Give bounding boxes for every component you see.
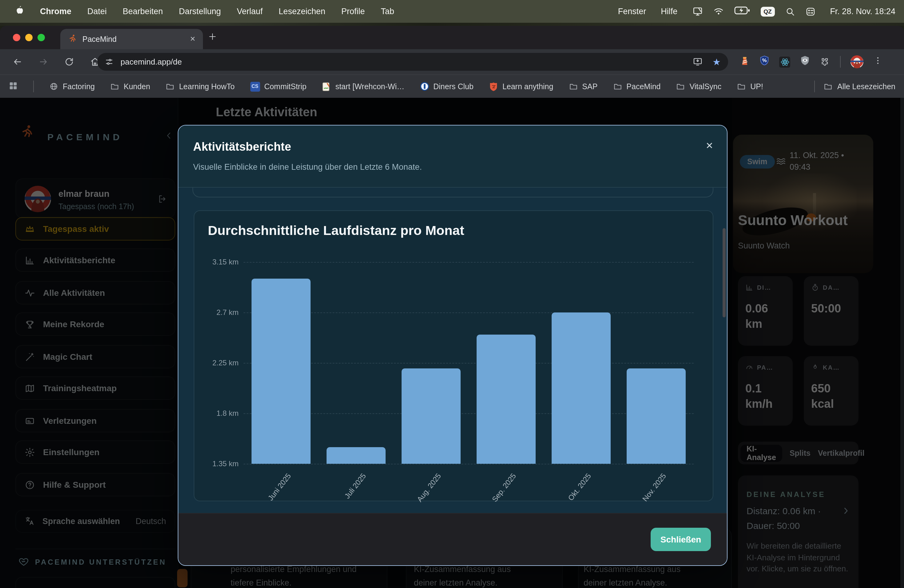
chart-plot: 1.35 km1.8 km2.25 km2.7 km3.15 kmJuni 20… (194, 211, 713, 501)
bookmarks-separator (33, 81, 34, 92)
spotlight-search-icon[interactable] (785, 6, 795, 16)
chart-y-tick-label: 2.25 km (194, 359, 239, 367)
bookmark-folder-vitalsync[interactable]: VitalSync (676, 82, 722, 91)
privacy-shield-extension-icon[interactable] (800, 55, 810, 68)
bookmark-start-wrehcon[interactable]: start [Wrehcon-Wi… (322, 82, 405, 91)
chart-gridline (243, 464, 694, 465)
menu-item-bearbeiten[interactable]: Bearbeiten (123, 7, 163, 16)
bookmark-folder-up[interactable]: UP! (737, 82, 763, 91)
menu-item-lesezeichen[interactable]: Lesezeichen (278, 7, 325, 16)
macos-menu-bar: Chrome Datei Bearbeiten Darstellung Verl… (0, 0, 904, 23)
chart-bar[interactable] (251, 279, 311, 464)
install-app-icon[interactable] (692, 57, 703, 67)
menu-item-profile[interactable]: Profile (341, 7, 365, 16)
tab-close-icon[interactable]: ✕ (190, 35, 196, 43)
menu-item-hilfe[interactable]: Hilfe (661, 7, 677, 16)
address-bar[interactable]: pacemind.app/de ★ (97, 53, 728, 71)
bookmark-folder-learning-howto[interactable]: Learning HowTo (166, 82, 235, 91)
profile-avatar[interactable] (850, 55, 863, 68)
bookmark-diners-club[interactable]: Diners Club (420, 82, 474, 91)
menu-item-tab[interactable]: Tab (381, 7, 395, 16)
chart-y-tick-label: 1.35 km (194, 460, 239, 468)
modal-subtitle: Visuelle Einblicke in deine Leistung übe… (193, 162, 422, 172)
tab-title: PaceMind (82, 35, 117, 43)
schliessen-button[interactable]: Schließen (651, 528, 711, 551)
menu-item-fenster[interactable]: Fenster (618, 7, 646, 16)
chart-gridline (243, 313, 694, 313)
chart-gridline (243, 413, 694, 414)
all-bookmarks-folder[interactable]: Alle Lesezeichen (824, 82, 895, 91)
percent-shield-extension-icon[interactable]: % (760, 55, 769, 68)
chart-y-tick-label: 3.15 km (194, 258, 239, 266)
url-text[interactable]: pacemind.app/de (120, 57, 182, 66)
bookmarks-right-separator (814, 81, 815, 92)
forward-icon[interactable] (38, 57, 49, 67)
chart-bar[interactable] (327, 447, 386, 464)
modal-header: Aktivitätsberichte Visuelle Einblicke in… (179, 125, 727, 188)
bookmark-star-icon[interactable]: ★ (713, 57, 721, 66)
window-close-button[interactable] (13, 34, 20, 41)
react-devtools-extension-icon[interactable] (779, 56, 790, 67)
menu-item-datei[interactable]: Datei (87, 7, 107, 16)
chart-y-tick-label: 1.8 km (194, 409, 239, 417)
modal-close-icon[interactable]: ✕ (706, 140, 713, 151)
bookmark-folder-pacemind[interactable]: PaceMind (613, 82, 661, 91)
browser-window: PaceMind ✕ (0, 26, 904, 588)
wifi-icon[interactable] (713, 7, 724, 16)
modal-scrollbar-thumb[interactable] (722, 228, 725, 318)
apple-icon[interactable] (15, 6, 24, 17)
window-minimize-button[interactable] (25, 34, 33, 41)
reload-icon[interactable] (64, 57, 74, 67)
chart-gridline (243, 262, 694, 262)
apps-grid-icon[interactable] (9, 81, 18, 92)
svg-text:%: % (762, 57, 767, 63)
lighthouse-extension-icon[interactable] (740, 56, 750, 68)
pacemind-favicon (68, 33, 77, 44)
page-scrollbar[interactable] (900, 98, 904, 588)
chart-bar[interactable] (401, 368, 461, 464)
modal-title: Aktivitätsberichte (193, 140, 291, 154)
bookmark-factoring[interactable]: Factoring (49, 82, 95, 91)
qz-status-badge[interactable]: QZ (760, 6, 774, 16)
bookmarks-bar: Factoring Kunden Learning HowTo CS Commi… (0, 74, 904, 98)
chart-bar[interactable] (477, 335, 536, 464)
control-center-icon[interactable] (805, 6, 815, 16)
back-icon[interactable] (12, 57, 23, 67)
menu-clock[interactable]: Fr. 28. Nov. 18:24 (830, 7, 895, 16)
bookmark-learn-anything[interactable]: Learn anything (489, 82, 553, 91)
kebab-menu-icon[interactable] (873, 55, 882, 68)
chart-bar[interactable] (627, 368, 686, 464)
bookmark-folder-sap[interactable]: SAP (569, 82, 597, 91)
modal-body: Durchschnittliche Laufdistanz pro Monat … (179, 188, 727, 513)
browser-toolbar: pacemind.app/de ★ % (0, 49, 904, 74)
menu-app-name[interactable]: Chrome (40, 7, 71, 16)
chart-card: Durchschnittliche Laufdistanz pro Monat … (194, 210, 713, 501)
bookmark-folder-kunden[interactable]: Kunden (110, 82, 150, 91)
window-zoom-button[interactable] (38, 34, 45, 41)
extensions-puzzle-icon[interactable] (820, 57, 830, 67)
activity-reports-modal: Aktivitätsberichte Visuelle Einblicke in… (178, 125, 727, 566)
tab-strip: PaceMind ✕ (0, 26, 904, 49)
desktop-wallpaper-strip (0, 23, 904, 26)
battery-icon[interactable] (734, 6, 750, 17)
chart-y-tick-label: 2.7 km (194, 308, 239, 317)
site-info-icon[interactable] (104, 57, 114, 66)
bookmark-commitstrip[interactable]: CS CommitStrip (250, 82, 307, 91)
modal-footer: Schließen (179, 513, 727, 566)
page-viewport: PACEMIND elmar braun Tagespass (noch 17h… (0, 98, 904, 588)
browser-tab-pacemind[interactable]: PaceMind ✕ (60, 29, 203, 49)
chart-gridline (243, 363, 694, 364)
scrolled-card-bottom (193, 188, 713, 198)
chart-bar[interactable] (552, 313, 611, 464)
new-tab-button[interactable] (208, 32, 217, 41)
screen-mirroring-icon[interactable] (692, 6, 703, 17)
toolbar-separator (840, 56, 841, 68)
menu-item-verlauf[interactable]: Verlauf (237, 7, 262, 16)
menu-item-darstellung[interactable]: Darstellung (179, 7, 221, 16)
